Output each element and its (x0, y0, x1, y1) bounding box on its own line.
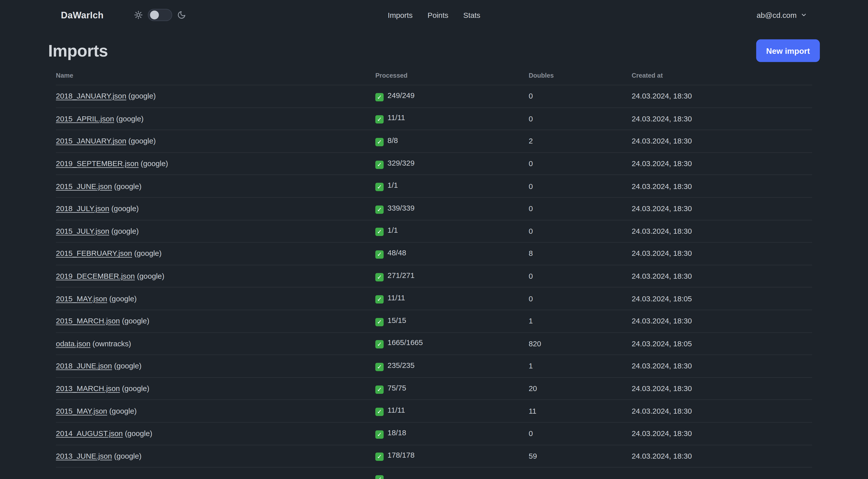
theme-switch-knob (150, 10, 159, 19)
success-check-icon: ✓ (375, 318, 383, 326)
import-name-link[interactable]: 2015_JULY.json (56, 227, 109, 235)
import-name-link[interactable]: 2015_JUNE.json (56, 182, 112, 190)
table-row: 2019_SEPTEMBER.json (google) ✓329/329 0 … (56, 153, 812, 175)
import-name-link[interactable]: 2015_MAY.json (56, 407, 107, 415)
import-name-link[interactable]: 2019_SEPTEMBER.json (56, 159, 138, 168)
import-source: (google) (138, 159, 168, 168)
import-name-link[interactable]: 2013_JUNE.json (56, 452, 112, 460)
new-import-button[interactable]: New import (756, 39, 820, 62)
import-name-link[interactable]: 2018_JULY.json (56, 205, 109, 213)
import-name-link[interactable]: 2014_AUGUST.json (56, 429, 123, 438)
doubles-count: 0 (529, 198, 632, 220)
processed-cell: ✓178/178 (375, 445, 529, 467)
doubles-count: 1 (529, 310, 632, 332)
processed-cell: ✓ (375, 467, 529, 479)
created-at: 24.03.2024, 18:30 (632, 265, 812, 287)
import-name-cell: 2015_FEBRUARY.json (google) (56, 242, 375, 265)
doubles-count: 2 (529, 130, 632, 152)
success-check-icon: ✓ (375, 273, 383, 281)
created-at: 24.03.2024, 18:30 (632, 198, 812, 220)
import-name-link[interactable]: 2018_JANUARY.json (56, 92, 126, 100)
title-row: Imports New import (48, 39, 820, 62)
import-name-link[interactable]: 2015_MAY.json (56, 295, 107, 303)
success-check-icon: ✓ (375, 93, 383, 101)
doubles-count: 0 (529, 175, 632, 197)
imports-table: Name Processed Doubles Created at 2018_J… (56, 68, 812, 479)
success-check-icon: ✓ (375, 228, 383, 236)
nav-link-points[interactable]: Points (428, 11, 448, 19)
column-header-name: Name (56, 68, 375, 85)
table-header-row: Name Processed Doubles Created at (56, 68, 812, 85)
import-source: (google) (120, 317, 149, 325)
success-check-icon: ✓ (375, 430, 383, 439)
import-source: (google) (112, 362, 142, 370)
success-check-icon: ✓ (375, 475, 383, 479)
import-name-cell: 2014_AUGUST.json (google) (56, 422, 375, 445)
table-row: ✓ (56, 467, 812, 479)
success-check-icon: ✓ (375, 183, 383, 191)
import-source: (google) (112, 452, 142, 460)
processed-count-text: 271/271 (388, 271, 415, 279)
success-check-icon: ✓ (375, 115, 383, 124)
processed-count-text: 1/1 (388, 181, 398, 189)
import-name-cell: 2015_APRIL.json (google) (56, 108, 375, 130)
processed-count-text: 18/18 (388, 428, 406, 437)
processed-cell: ✓1/1 (375, 175, 529, 197)
import-source: (google) (126, 137, 156, 145)
import-name-link[interactable]: odata.json (56, 339, 90, 348)
nav-link-stats[interactable]: Stats (463, 11, 480, 19)
user-menu[interactable]: ab@cd.com (756, 11, 807, 19)
import-source: (google) (109, 205, 138, 213)
import-name-link[interactable]: 2013_MARCH.json (56, 385, 120, 393)
import-source: (google) (132, 249, 161, 258)
created-at: 24.03.2024, 18:30 (632, 422, 812, 445)
table-row: odata.json (owntracks) ✓1665/1665 820 24… (56, 332, 812, 355)
import-name-link[interactable]: 2019_DECEMBER.json (56, 272, 135, 280)
import-name-link[interactable]: 2015_MARCH.json (56, 317, 120, 325)
import-name-link[interactable]: 2015_FEBRUARY.json (56, 249, 132, 258)
created-at: 24.03.2024, 18:30 (632, 175, 812, 197)
table-row: 2013_MARCH.json (google) ✓75/75 20 24.03… (56, 377, 812, 399)
processed-count-text: 339/339 (388, 204, 415, 212)
processed-cell: ✓11/11 (375, 108, 529, 130)
processed-count-text: 8/8 (388, 136, 398, 145)
import-source: (google) (126, 92, 156, 100)
processed-count-text: 1665/1665 (388, 338, 423, 347)
doubles-count: 0 (529, 85, 632, 107)
table-row: 2015_MAY.json (google) ✓11/11 0 24.03.20… (56, 288, 812, 310)
nav-link-imports[interactable]: Imports (388, 11, 413, 19)
processed-cell: ✓11/11 (375, 288, 529, 310)
processed-cell: ✓1665/1665 (375, 332, 529, 355)
success-check-icon: ✓ (375, 205, 383, 214)
import-name-cell: 2015_JUNE.json (google) (56, 175, 375, 197)
import-name-cell: 2013_JUNE.json (google) (56, 445, 375, 467)
import-name-link[interactable]: 2018_JUNE.json (56, 362, 112, 370)
theme-switch[interactable] (148, 9, 172, 21)
table-row: 2015_MARCH.json (google) ✓15/15 1 24.03.… (56, 310, 812, 332)
created-at (632, 467, 812, 479)
brand-logo[interactable]: DaWarIch (61, 10, 103, 20)
processed-count-text: 178/178 (388, 451, 415, 459)
table-row: 2015_APRIL.json (google) ✓11/11 0 24.03.… (56, 108, 812, 130)
success-check-icon: ✓ (375, 295, 383, 304)
doubles-count: 0 (529, 265, 632, 287)
sun-icon (134, 10, 143, 19)
import-source: (google) (120, 385, 149, 393)
doubles-count: 0 (529, 220, 632, 242)
column-header-created-at: Created at (632, 68, 812, 85)
imports-table-body: 2018_JANUARY.json (google) ✓249/249 0 24… (56, 85, 812, 479)
success-check-icon: ✓ (375, 250, 383, 259)
import-source: (google) (114, 115, 144, 123)
theme-toggle[interactable] (134, 9, 186, 21)
doubles-count: 0 (529, 422, 632, 445)
processed-count-text: 11/11 (388, 294, 405, 302)
table-row: 2015_MAY.json (google) ✓11/11 11 24.03.2… (56, 400, 812, 422)
import-source: (google) (112, 182, 142, 190)
processed-cell: ✓249/249 (375, 85, 529, 107)
table-row: 2015_JULY.json (google) ✓1/1 0 24.03.202… (56, 220, 812, 242)
import-name-cell: 2018_JULY.json (google) (56, 198, 375, 220)
processed-cell: ✓271/271 (375, 265, 529, 287)
success-check-icon: ✓ (375, 160, 383, 169)
import-name-link[interactable]: 2015_APRIL.json (56, 115, 114, 123)
import-name-link[interactable]: 2015_JANUARY.json (56, 137, 126, 145)
